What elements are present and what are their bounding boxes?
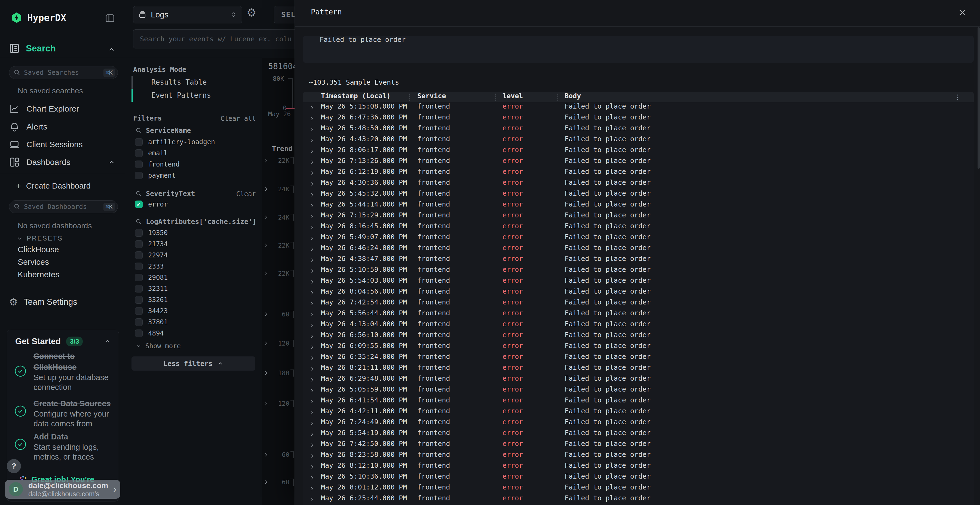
- filter-option[interactable]: 22974: [135, 249, 255, 260]
- pattern-row[interactable]: 120: [262, 399, 294, 408]
- table-row[interactable]: May 26 4:38:47.000 PM frontend error Fai…: [303, 255, 974, 265]
- checkbox[interactable]: [135, 149, 143, 157]
- search-icon[interactable]: [135, 127, 142, 134]
- table-row[interactable]: May 26 6:46:24.000 PM frontend error Fai…: [303, 244, 974, 255]
- table-row[interactable]: May 26 5:54:19.000 PM frontend error Fai…: [303, 429, 974, 440]
- close-icon[interactable]: [956, 6, 968, 19]
- table-row[interactable]: May 26 8:16:45.000 PM frontend error Fai…: [303, 222, 974, 233]
- filter-option[interactable]: 2333: [135, 260, 255, 272]
- table-row[interactable]: May 26 6:41:54.000 PM frontend error Fai…: [303, 396, 974, 407]
- table-row[interactable]: May 26 6:35:24.000 PM frontend error Fai…: [303, 353, 974, 364]
- expand-chevron-icon[interactable]: [310, 453, 314, 459]
- expand-chevron-icon[interactable]: [310, 323, 314, 328]
- expand-chevron-icon[interactable]: [310, 105, 314, 110]
- expand-chevron-icon[interactable]: [310, 345, 314, 350]
- checkbox[interactable]: [135, 307, 143, 315]
- table-row[interactable]: May 26 8:21:11.000 PM frontend error Fai…: [303, 364, 974, 375]
- filter-option[interactable]: 21734: [135, 238, 255, 249]
- sidebar-item-client-sessions[interactable]: Client Sessions: [9, 138, 83, 151]
- table-row[interactable]: May 26 4:43:20.000 PM frontend error Fai…: [303, 135, 974, 146]
- team-settings-button[interactable]: ⚙ Team Settings: [9, 297, 77, 307]
- expand-chevron-icon[interactable]: [310, 149, 314, 154]
- table-row[interactable]: May 26 8:06:17.000 PM frontend error Fai…: [303, 146, 974, 157]
- expand-chevron-icon[interactable]: [310, 203, 314, 208]
- expand-chevron-icon[interactable]: [263, 214, 269, 221]
- column-header-timestamp[interactable]: Timestamp (Local): [321, 92, 391, 100]
- checkbox[interactable]: [135, 229, 143, 237]
- pattern-row[interactable]: 60: [262, 478, 294, 486]
- filter-option[interactable]: 33261: [135, 294, 255, 305]
- saved-searches-input[interactable]: Saved Searches ⌘K: [9, 66, 118, 79]
- expand-chevron-icon[interactable]: [310, 355, 314, 361]
- expand-chevron-icon[interactable]: [310, 399, 314, 404]
- chevron-up-icon[interactable]: [104, 338, 111, 345]
- pattern-row[interactable]: 22K: [262, 269, 294, 278]
- table-row[interactable]: May 26 6:12:19.000 PM frontend error Fai…: [303, 168, 974, 178]
- filter-option[interactable]: 29081: [135, 272, 255, 283]
- expand-chevron-icon[interactable]: [310, 486, 314, 491]
- get-started-item[interactable]: Connect to ClickHouse Set up your databa…: [33, 351, 115, 392]
- column-header-body[interactable]: Body: [565, 92, 581, 100]
- pattern-row[interactable]: 180: [262, 369, 294, 377]
- table-row[interactable]: May 26 7:24:49.000 PM frontend error Fai…: [303, 418, 974, 429]
- mode-results-table[interactable]: Results Table: [132, 76, 251, 89]
- sidebar-item-dashboards[interactable]: Dashboards: [9, 156, 70, 168]
- pattern-row[interactable]: 22K: [262, 156, 294, 165]
- expand-chevron-icon[interactable]: [310, 225, 314, 230]
- table-row[interactable]: May 26 5:54:03.000 PM frontend error Fai…: [303, 276, 974, 287]
- expand-chevron-icon[interactable]: [310, 421, 314, 426]
- expand-chevron-icon[interactable]: [263, 370, 269, 376]
- filter-option[interactable]: 37801: [135, 316, 255, 327]
- sidebar-item-chart-explorer[interactable]: Chart Explorer: [9, 103, 79, 115]
- expand-chevron-icon[interactable]: [263, 400, 269, 407]
- checkbox[interactable]: [135, 296, 143, 304]
- checkbox[interactable]: [135, 285, 143, 292]
- expand-chevron-icon[interactable]: [310, 181, 314, 187]
- pattern-row[interactable]: 22K: [262, 241, 294, 249]
- table-row[interactable]: May 26 7:42:54.000 PM frontend error Fai…: [303, 298, 974, 309]
- expand-chevron-icon[interactable]: [310, 116, 314, 121]
- brand[interactable]: HyperDX: [11, 12, 66, 24]
- expand-chevron-icon[interactable]: [310, 127, 314, 132]
- filter-option[interactable]: payment: [135, 170, 255, 181]
- table-options-kebab-icon[interactable]: ⋮: [954, 92, 961, 102]
- expand-chevron-icon[interactable]: [263, 157, 269, 164]
- expand-chevron-icon[interactable]: [310, 442, 314, 448]
- filter-option[interactable]: 32311: [135, 283, 255, 294]
- expand-chevron-icon[interactable]: [263, 452, 269, 458]
- filter-option[interactable]: 19350: [135, 227, 255, 238]
- checkbox[interactable]: [135, 318, 143, 326]
- expand-chevron-icon[interactable]: [310, 246, 314, 252]
- table-row[interactable]: May 26 7:13:26.000 PM frontend error Fai…: [303, 157, 974, 168]
- table-row[interactable]: May 26 7:42:50.000 PM frontend error Fai…: [303, 440, 974, 451]
- expand-chevron-icon[interactable]: [263, 243, 269, 248]
- dashboards-collapse-chevron-up-icon[interactable]: [108, 158, 115, 166]
- expand-chevron-icon[interactable]: [310, 333, 314, 339]
- source-select[interactable]: Logs: [133, 6, 242, 24]
- checkbox[interactable]: [135, 262, 143, 270]
- clear-all-filters-link[interactable]: Clear all: [221, 115, 256, 122]
- expand-chevron-icon[interactable]: [310, 257, 314, 263]
- table-row[interactable]: May 26 7:15:29.000 PM frontend error Fai…: [303, 211, 974, 222]
- search-icon[interactable]: [135, 191, 142, 197]
- filter-option[interactable]: artillery-loadgen: [135, 136, 255, 148]
- event-search-input[interactable]: Search your events w/ Lucene ex. colu: [133, 29, 294, 48]
- expand-chevron-icon[interactable]: [263, 340, 269, 346]
- expand-chevron-icon[interactable]: [310, 497, 314, 502]
- column-header-service[interactable]: Service: [417, 92, 446, 100]
- checkbox[interactable]: [135, 138, 143, 146]
- select-columns-button[interactable]: SELECT: [274, 6, 294, 24]
- checkbox[interactable]: [135, 274, 143, 281]
- table-row[interactable]: May 26 4:30:36.000 PM frontend error Fai…: [303, 178, 974, 189]
- sidebar-item-alerts[interactable]: Alerts: [9, 121, 48, 133]
- table-row[interactable]: May 26 6:25:44.000 PM frontend error Fai…: [303, 494, 974, 505]
- table-row[interactable]: May 26 5:48:50.000 PM frontend error Fai…: [303, 124, 974, 135]
- show-more-link[interactable]: Show more: [135, 342, 181, 350]
- pattern-row[interactable]: 24K: [262, 185, 294, 193]
- expand-chevron-icon[interactable]: [310, 464, 314, 470]
- table-row[interactable]: May 26 5:15:08.000 PM frontend error Fai…: [303, 102, 974, 113]
- checkbox[interactable]: [135, 251, 143, 259]
- expand-chevron-icon[interactable]: [310, 410, 314, 415]
- expand-chevron-icon[interactable]: [310, 312, 314, 317]
- expand-chevron-icon[interactable]: [310, 138, 314, 143]
